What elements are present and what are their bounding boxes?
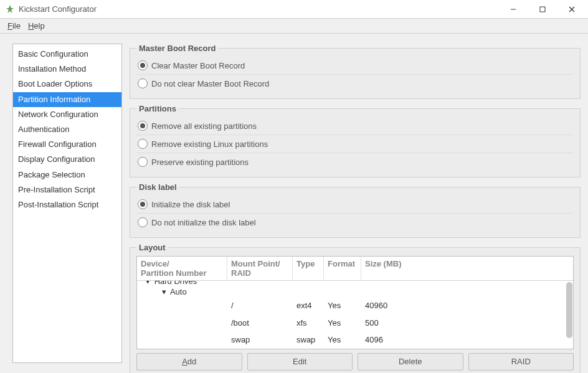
mbr-clear-label: Clear Master Boot Record xyxy=(151,61,245,70)
layout-buttons: Add Edit Delete RAID xyxy=(136,353,574,371)
vertical-scrollbar[interactable] xyxy=(566,282,572,338)
disklabel-init-row[interactable]: Initialize the disk label xyxy=(136,196,574,213)
menu-file[interactable]: File xyxy=(7,21,21,31)
sidebar-item-installation-method[interactable]: Installation Method xyxy=(13,62,121,77)
mbr-noclear-label: Do not clear Master Boot Record xyxy=(151,79,269,88)
partitions-preserve-row[interactable]: Preserve existing partitions xyxy=(136,153,574,171)
disklabel-init-label: Initialize the disk label xyxy=(151,200,230,209)
sidebar-item-partition-information[interactable]: Partition Information xyxy=(13,92,121,107)
partitions-remove-all-row[interactable]: Remove all existing partitions xyxy=(136,117,574,135)
col-format[interactable]: Format xyxy=(324,257,361,280)
table-header: Device/Partition Number Mount Point/RAID… xyxy=(137,257,573,281)
tree-root-label: Hard Drives xyxy=(154,281,197,286)
col-mount[interactable]: Mount Point/RAID xyxy=(227,257,293,280)
cell-device xyxy=(137,297,227,314)
window-controls xyxy=(499,1,586,18)
partitions-remove-linux-row[interactable]: Remove existing Linux partitions xyxy=(136,135,574,153)
add-button[interactable]: Add xyxy=(136,353,242,371)
menubar: File Help xyxy=(0,19,588,34)
tree-auto-label: Auto xyxy=(170,287,187,296)
radio-icon xyxy=(138,217,148,227)
cell-type: swap xyxy=(293,331,324,349)
sidebar-item-authentication[interactable]: Authentication xyxy=(13,122,121,137)
partitions-legend: Partitions xyxy=(136,104,179,113)
col-device[interactable]: Device/Partition Number xyxy=(137,257,227,280)
maximize-button[interactable] xyxy=(528,1,556,18)
close-button[interactable] xyxy=(557,1,586,18)
layout-group: Layout Device/Partition Number Mount Poi… xyxy=(130,243,581,373)
cell-size: 4096 xyxy=(361,331,417,349)
table-row[interactable]: swap swap Yes 4096 xyxy=(137,331,573,349)
sidebar-item-boot-loader-options[interactable]: Boot Loader Options xyxy=(13,77,121,92)
chevron-down-icon: ▾ xyxy=(162,287,168,296)
partitions-preserve-label: Preserve existing partitions xyxy=(151,158,249,167)
content-panel: Master Boot Record Clear Master Boot Rec… xyxy=(130,44,581,363)
radio-icon xyxy=(138,121,148,131)
cell-format: Yes xyxy=(324,331,361,349)
tree-node-auto[interactable]: ▾ Auto xyxy=(137,286,573,297)
sidebar-item-package-selection[interactable]: Package Selection xyxy=(13,168,121,182)
radio-icon xyxy=(138,199,148,209)
radio-icon xyxy=(138,60,148,70)
sidebar-item-network-configuration[interactable]: Network Configuration xyxy=(13,107,121,122)
disklabel-noinit-label: Do not initialize the disk label xyxy=(151,218,256,227)
col-type[interactable]: Type xyxy=(293,257,324,280)
minimize-button[interactable] xyxy=(499,1,527,18)
table-body: ▾ Hard Drives ▾ Auto / ext4 Yes 40960 xyxy=(137,281,573,349)
cell-mount: swap xyxy=(227,331,293,349)
cell-size: 500 xyxy=(361,314,417,332)
app-icon xyxy=(5,4,15,14)
nav-sidebar: Basic Configuration Installation Method … xyxy=(12,44,122,363)
edit-button[interactable]: Edit xyxy=(247,353,353,371)
mbr-group: Master Boot Record Clear Master Boot Rec… xyxy=(130,44,581,99)
mbr-noclear-row[interactable]: Do not clear Master Boot Record xyxy=(136,74,574,92)
table-row[interactable]: / ext4 Yes 40960 xyxy=(137,297,573,314)
mbr-legend: Master Boot Record xyxy=(136,44,219,53)
window-title: Kickstart Configurator xyxy=(19,4,499,14)
raid-button[interactable]: RAID xyxy=(468,353,574,371)
cell-format: Yes xyxy=(324,297,361,314)
disklabel-group: Disk label Initialize the disk label Do … xyxy=(130,182,581,238)
cell-type: xfs xyxy=(293,314,324,332)
col-size[interactable]: Size (MB) xyxy=(361,257,417,280)
disklabel-legend: Disk label xyxy=(136,182,179,192)
workarea: Basic Configuration Installation Method … xyxy=(0,34,588,373)
titlebar: Kickstart Configurator xyxy=(0,0,588,19)
sidebar-item-firewall-configuration[interactable]: Firewall Configuration xyxy=(13,137,121,152)
mbr-clear-row[interactable]: Clear Master Boot Record xyxy=(136,57,574,74)
sidebar-item-display-configuration[interactable]: Display Configuration xyxy=(13,152,121,167)
partitions-remove-all-label: Remove all existing partitions xyxy=(151,121,257,131)
cell-size: 40960 xyxy=(361,297,417,314)
delete-button[interactable]: Delete xyxy=(358,353,463,371)
table-row[interactable]: /boot xfs Yes 500 xyxy=(137,314,573,332)
cell-mount: / xyxy=(227,297,293,314)
svg-rect-1 xyxy=(540,7,545,12)
cell-device xyxy=(137,331,227,349)
radio-icon xyxy=(138,157,148,167)
disklabel-noinit-row[interactable]: Do not initialize the disk label xyxy=(136,213,574,231)
partition-table: Device/Partition Number Mount Point/RAID… xyxy=(136,256,574,349)
cell-mount: /boot xyxy=(227,314,293,332)
radio-icon xyxy=(138,78,148,88)
partitions-remove-linux-label: Remove existing Linux partitions xyxy=(151,139,268,149)
sidebar-item-basic-configuration[interactable]: Basic Configuration xyxy=(13,47,121,62)
cell-device xyxy=(137,314,227,332)
cell-format: Yes xyxy=(324,314,361,332)
layout-legend: Layout xyxy=(136,243,168,252)
sidebar-item-post-installation-script[interactable]: Post-Installation Script xyxy=(13,197,121,212)
sidebar-item-pre-installation-script[interactable]: Pre-Installation Script xyxy=(13,182,121,197)
partitions-group: Partitions Remove all existing partition… xyxy=(130,104,581,177)
tree-root-hard-drives[interactable]: ▾ Hard Drives xyxy=(137,281,573,286)
chevron-down-icon: ▾ xyxy=(146,281,152,286)
radio-icon xyxy=(138,139,148,149)
menu-help[interactable]: Help xyxy=(28,21,45,31)
cell-type: ext4 xyxy=(293,297,324,314)
